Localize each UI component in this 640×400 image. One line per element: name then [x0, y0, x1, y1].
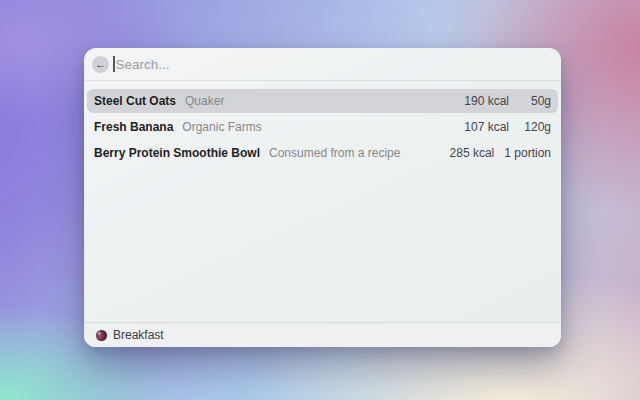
meal-icon	[96, 330, 107, 341]
desktop-background: ← Steel Cut Oats Quaker 190 kcal 50g Fre…	[0, 0, 640, 400]
food-calories: 285 kcal	[450, 146, 495, 160]
food-search-window: ← Steel Cut Oats Quaker 190 kcal 50g Fre…	[84, 48, 561, 347]
search-bar: ←	[84, 48, 561, 81]
food-quantity: 1 portion	[504, 146, 551, 160]
empty-results-area	[84, 167, 561, 322]
food-name: Berry Protein Smoothie Bowl	[94, 146, 260, 160]
food-result-row-berry-protein-smoothie-bowl[interactable]: Berry Protein Smoothie Bowl Consumed fro…	[87, 141, 558, 165]
food-result-row-fresh-banana[interactable]: Fresh Banana Organic Farms 107 kcal 120g	[87, 115, 558, 139]
food-source: Quaker	[185, 94, 224, 108]
back-arrow-icon: ←	[95, 56, 106, 72]
food-name: Fresh Banana	[94, 120, 173, 134]
food-results-list: Steel Cut Oats Quaker 190 kcal 50g Fresh…	[84, 81, 561, 167]
food-source: Organic Farms	[182, 120, 261, 134]
search-input[interactable]	[115, 57, 554, 72]
footer-bar: Breakfast	[84, 322, 561, 347]
food-calories: 107 kcal	[464, 120, 509, 134]
food-source: Consumed from a recipe	[269, 146, 400, 160]
back-button[interactable]: ←	[92, 56, 109, 73]
food-name: Steel Cut Oats	[94, 94, 176, 108]
food-quantity: 120g	[519, 120, 551, 134]
food-result-row-steel-cut-oats[interactable]: Steel Cut Oats Quaker 190 kcal 50g	[87, 89, 558, 113]
food-calories: 190 kcal	[464, 94, 509, 108]
food-quantity: 50g	[519, 94, 551, 108]
footer-meal-label: Breakfast	[113, 328, 164, 342]
